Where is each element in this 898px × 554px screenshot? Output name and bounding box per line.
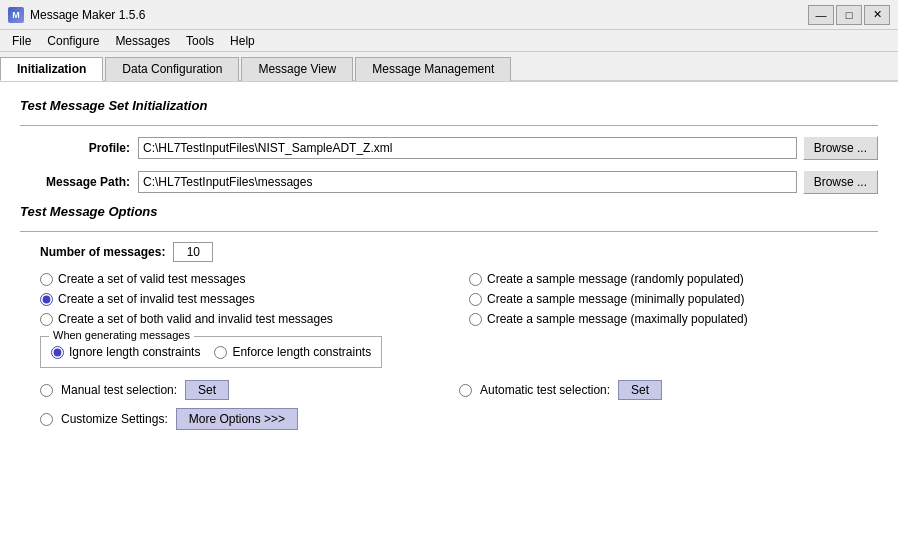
- num-messages-label: Number of messages:: [40, 245, 165, 259]
- radio-sample-random-label: Create a sample message (randomly popula…: [487, 272, 744, 286]
- radio-sample-minimal-label: Create a sample message (minimally popul…: [487, 292, 744, 306]
- window-controls: — □ ✕: [808, 5, 890, 25]
- customize-label: Customize Settings:: [61, 412, 168, 426]
- radio-invalid-label: Create a set of invalid test messages: [58, 292, 255, 306]
- profile-label: Profile:: [20, 141, 130, 155]
- radio-both-input[interactable]: [40, 313, 53, 326]
- profile-input[interactable]: [138, 137, 797, 159]
- num-messages-input[interactable]: [173, 242, 213, 262]
- tab-data-configuration[interactable]: Data Configuration: [105, 57, 239, 81]
- message-path-input[interactable]: [138, 171, 797, 193]
- gen-messages-legend: When generating messages: [49, 329, 194, 341]
- manual-set-button[interactable]: Set: [185, 380, 229, 400]
- radio-both-label: Create a set of both valid and invalid t…: [58, 312, 333, 326]
- radio-valid-label: Create a set of valid test messages: [58, 272, 245, 286]
- radio-sample-maximal: Create a sample message (maximally popul…: [469, 312, 878, 326]
- close-button[interactable]: ✕: [864, 5, 890, 25]
- radio-auto-input[interactable]: [459, 384, 472, 397]
- menu-bar: File Configure Messages Tools Help: [0, 30, 898, 52]
- main-content: Test Message Set Initialization Profile:…: [0, 82, 898, 554]
- menu-help[interactable]: Help: [222, 32, 263, 50]
- auto-set-button[interactable]: Set: [618, 380, 662, 400]
- tab-message-management[interactable]: Message Management: [355, 57, 511, 81]
- title-bar: M Message Maker 1.5.6 — □ ✕: [0, 0, 898, 30]
- manual-label: Manual test selection:: [61, 383, 177, 397]
- radio-enforce-label: Enforce length constraints: [232, 345, 371, 359]
- minimize-button[interactable]: —: [808, 5, 834, 25]
- radio-sample-random-input[interactable]: [469, 273, 482, 286]
- radio-sample-minimal: Create a sample message (minimally popul…: [469, 292, 878, 306]
- init-section-title: Test Message Set Initialization: [20, 98, 878, 113]
- app-icon: M: [8, 7, 24, 23]
- maximize-button[interactable]: □: [836, 5, 862, 25]
- profile-browse-button[interactable]: Browse ...: [803, 136, 878, 160]
- radio-sample-maximal-label: Create a sample message (maximally popul…: [487, 312, 748, 326]
- radio-manual-input[interactable]: [40, 384, 53, 397]
- radio-sample-random: Create a sample message (randomly popula…: [469, 272, 878, 286]
- message-path-browse-button[interactable]: Browse ...: [803, 170, 878, 194]
- message-path-label: Message Path:: [20, 175, 130, 189]
- title-bar-text: Message Maker 1.5.6: [30, 8, 808, 22]
- gen-messages-box: When generating messages Ignore length c…: [40, 336, 382, 368]
- radio-ignore-input[interactable]: [51, 346, 64, 359]
- auto-selection-group: Automatic test selection: Set: [459, 380, 878, 400]
- radio-sample-maximal-input[interactable]: [469, 313, 482, 326]
- radio-invalid-input[interactable]: [40, 293, 53, 306]
- tab-bar: Initialization Data Configuration Messag…: [0, 52, 898, 82]
- options-section-title: Test Message Options: [20, 204, 878, 219]
- num-messages-row: Number of messages:: [20, 242, 878, 262]
- radio-enforce: Enforce length constraints: [214, 345, 371, 359]
- customize-group: Customize Settings: More Options >>>: [40, 408, 298, 430]
- profile-row: Profile: Browse ...: [20, 136, 878, 160]
- customize-row: Customize Settings: More Options >>>: [20, 408, 878, 430]
- radio-invalid: Create a set of invalid test messages: [40, 292, 449, 306]
- tab-message-view[interactable]: Message View: [241, 57, 353, 81]
- radio-both: Create a set of both valid and invalid t…: [40, 312, 449, 326]
- menu-messages[interactable]: Messages: [107, 32, 178, 50]
- options-section: Test Message Options Number of messages:…: [20, 204, 878, 430]
- gen-messages-row: Ignore length constraints Enforce length…: [51, 345, 371, 359]
- more-options-button[interactable]: More Options >>>: [176, 408, 298, 430]
- radio-sample-minimal-input[interactable]: [469, 293, 482, 306]
- radio-enforce-input[interactable]: [214, 346, 227, 359]
- message-path-row: Message Path: Browse ...: [20, 170, 878, 194]
- menu-file[interactable]: File: [4, 32, 39, 50]
- menu-tools[interactable]: Tools: [178, 32, 222, 50]
- radio-ignore-label: Ignore length constraints: [69, 345, 200, 359]
- radio-customize-input[interactable]: [40, 413, 53, 426]
- auto-label: Automatic test selection:: [480, 383, 610, 397]
- manual-selection-group: Manual test selection: Set: [40, 380, 459, 400]
- menu-configure[interactable]: Configure: [39, 32, 107, 50]
- radio-ignore: Ignore length constraints: [51, 345, 200, 359]
- radio-grid: Create a set of valid test messages Crea…: [20, 272, 878, 326]
- tab-initialization[interactable]: Initialization: [0, 57, 103, 81]
- radio-valid-input[interactable]: [40, 273, 53, 286]
- test-selection-row: Manual test selection: Set Automatic tes…: [20, 380, 878, 400]
- radio-valid: Create a set of valid test messages: [40, 272, 449, 286]
